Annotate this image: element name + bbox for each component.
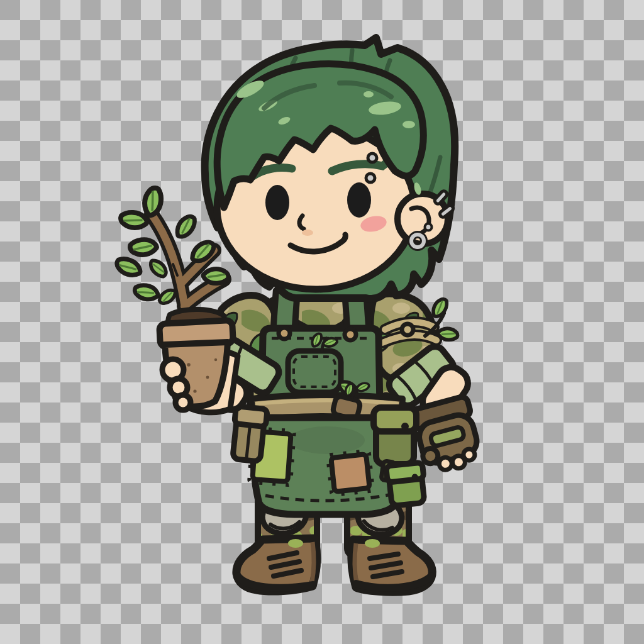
strap-button-right bbox=[345, 329, 356, 340]
head bbox=[205, 38, 455, 299]
eye-left bbox=[265, 185, 289, 220]
boot-left bbox=[236, 538, 317, 591]
boot-right bbox=[352, 539, 432, 592]
ear-stud-piercing bbox=[425, 224, 432, 231]
patch-brown bbox=[328, 451, 373, 496]
strap-button-left bbox=[279, 328, 290, 339]
character-illustration: character-illustration bbox=[0, 0, 644, 644]
eye-right bbox=[347, 182, 371, 218]
pouch-small-green bbox=[386, 462, 426, 506]
pouch-left-tan bbox=[231, 406, 268, 462]
arm-sprig-leaf bbox=[429, 297, 450, 319]
transparency-checkerboard-background: character-illustration bbox=[0, 0, 644, 644]
fingertip bbox=[462, 448, 476, 462]
pouch-button bbox=[401, 423, 409, 430]
